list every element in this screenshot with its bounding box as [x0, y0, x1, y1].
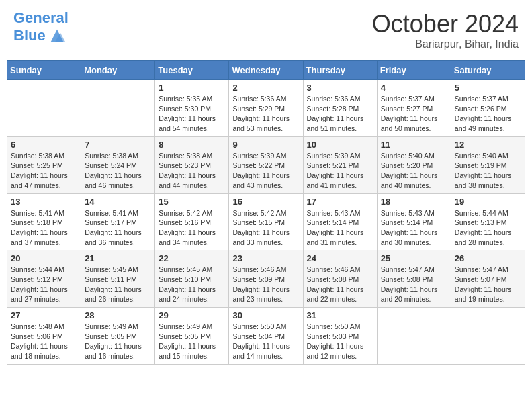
calendar-week-row: 1Sunrise: 5:35 AMSunset: 5:30 PMDaylight…	[7, 80, 525, 137]
day-number: 4	[381, 83, 447, 93]
day-info: Sunrise: 5:42 AMSunset: 5:16 PMDaylight:…	[159, 208, 225, 248]
calendar-cell: 26Sunrise: 5:47 AMSunset: 5:07 PMDayligh…	[451, 250, 525, 308]
day-number: 3	[307, 83, 373, 93]
logo: General Blue	[13, 10, 69, 45]
day-number: 30	[232, 310, 299, 320]
calendar-cell	[7, 80, 81, 137]
day-info: Sunrise: 5:40 AMSunset: 5:19 PMDaylight:…	[455, 151, 521, 191]
title-block: October 2024 Bariarpur, Bihar, India	[372, 10, 519, 50]
day-info: Sunrise: 5:39 AMSunset: 5:21 PMDaylight:…	[307, 151, 373, 191]
day-number: 25	[381, 253, 447, 263]
day-info: Sunrise: 5:38 AMSunset: 5:23 PMDaylight:…	[159, 151, 225, 191]
day-info: Sunrise: 5:39 AMSunset: 5:22 PMDaylight:…	[232, 151, 299, 191]
calendar-cell: 11Sunrise: 5:40 AMSunset: 5:20 PMDayligh…	[377, 136, 451, 193]
day-number: 10	[307, 140, 373, 150]
day-number: 21	[85, 253, 151, 263]
logo-icon	[48, 26, 66, 45]
day-number: 5	[455, 83, 521, 93]
calendar-cell: 19Sunrise: 5:44 AMSunset: 5:13 PMDayligh…	[451, 193, 525, 250]
day-number: 12	[455, 140, 521, 150]
day-info: Sunrise: 5:49 AMSunset: 5:05 PMDaylight:…	[85, 322, 151, 361]
day-info: Sunrise: 5:38 AMSunset: 5:24 PMDaylight:…	[85, 151, 151, 191]
calendar-cell: 6Sunrise: 5:38 AMSunset: 5:25 PMDaylight…	[7, 136, 81, 193]
day-number: 16	[232, 197, 299, 207]
calendar-cell: 18Sunrise: 5:43 AMSunset: 5:14 PMDayligh…	[377, 193, 451, 250]
calendar-cell: 22Sunrise: 5:45 AMSunset: 5:10 PMDayligh…	[155, 250, 229, 308]
calendar-cell: 3Sunrise: 5:36 AMSunset: 5:28 PMDaylight…	[303, 80, 377, 137]
calendar-cell: 16Sunrise: 5:42 AMSunset: 5:15 PMDayligh…	[229, 193, 303, 250]
weekday-header: Monday	[81, 61, 155, 80]
day-number: 22	[159, 253, 225, 263]
day-info: Sunrise: 5:43 AMSunset: 5:14 PMDaylight:…	[307, 208, 373, 248]
calendar-cell: 4Sunrise: 5:37 AMSunset: 5:27 PMDaylight…	[377, 80, 451, 137]
calendar-cell: 2Sunrise: 5:36 AMSunset: 5:29 PMDaylight…	[229, 80, 303, 137]
day-info: Sunrise: 5:41 AMSunset: 5:18 PMDaylight:…	[11, 208, 77, 248]
weekday-header: Wednesday	[229, 61, 303, 80]
day-info: Sunrise: 5:44 AMSunset: 5:13 PMDaylight:…	[455, 208, 521, 248]
calendar-cell: 27Sunrise: 5:48 AMSunset: 5:06 PMDayligh…	[7, 308, 81, 365]
day-number: 27	[11, 310, 77, 320]
day-info: Sunrise: 5:41 AMSunset: 5:17 PMDaylight:…	[85, 208, 151, 248]
day-number: 28	[85, 310, 151, 320]
day-info: Sunrise: 5:43 AMSunset: 5:14 PMDaylight:…	[381, 208, 447, 248]
day-number: 9	[232, 140, 299, 150]
calendar-table: SundayMondayTuesdayWednesdayThursdayFrid…	[7, 60, 525, 365]
calendar-cell: 20Sunrise: 5:44 AMSunset: 5:12 PMDayligh…	[7, 250, 81, 308]
calendar-cell: 14Sunrise: 5:41 AMSunset: 5:17 PMDayligh…	[81, 193, 155, 250]
calendar-cell: 15Sunrise: 5:42 AMSunset: 5:16 PMDayligh…	[155, 193, 229, 250]
day-number: 13	[11, 197, 77, 207]
page-header: General Blue October 2024 Bariarpur, Bih…	[7, 7, 525, 54]
day-info: Sunrise: 5:49 AMSunset: 5:05 PMDaylight:…	[159, 322, 225, 361]
calendar-cell: 29Sunrise: 5:49 AMSunset: 5:05 PMDayligh…	[155, 308, 229, 365]
day-number: 20	[11, 253, 77, 263]
calendar-cell: 24Sunrise: 5:46 AMSunset: 5:08 PMDayligh…	[303, 250, 377, 308]
calendar-cell: 31Sunrise: 5:50 AMSunset: 5:03 PMDayligh…	[303, 308, 377, 365]
calendar-cell: 12Sunrise: 5:40 AMSunset: 5:19 PMDayligh…	[451, 136, 525, 193]
calendar-cell: 23Sunrise: 5:46 AMSunset: 5:09 PMDayligh…	[229, 250, 303, 308]
day-number: 1	[159, 83, 225, 93]
day-info: Sunrise: 5:36 AMSunset: 5:28 PMDaylight:…	[307, 94, 373, 134]
day-number: 6	[11, 140, 77, 150]
day-number: 2	[232, 83, 299, 93]
calendar-cell	[377, 308, 451, 365]
calendar-cell: 5Sunrise: 5:37 AMSunset: 5:26 PMDaylight…	[451, 80, 525, 137]
day-info: Sunrise: 5:46 AMSunset: 5:08 PMDaylight:…	[307, 265, 373, 304]
day-number: 8	[159, 140, 225, 150]
day-info: Sunrise: 5:50 AMSunset: 5:03 PMDaylight:…	[307, 322, 373, 361]
day-number: 15	[159, 197, 225, 207]
weekday-header: Tuesday	[155, 61, 229, 80]
calendar-cell: 10Sunrise: 5:39 AMSunset: 5:21 PMDayligh…	[303, 136, 377, 193]
day-number: 11	[381, 140, 447, 150]
day-number: 14	[85, 197, 151, 207]
calendar-cell: 8Sunrise: 5:38 AMSunset: 5:23 PMDaylight…	[155, 136, 229, 193]
day-number: 18	[381, 197, 447, 207]
day-number: 31	[307, 310, 373, 320]
day-info: Sunrise: 5:45 AMSunset: 5:11 PMDaylight:…	[85, 265, 151, 304]
day-info: Sunrise: 5:38 AMSunset: 5:25 PMDaylight:…	[11, 151, 77, 191]
day-number: 17	[307, 197, 373, 207]
calendar-cell: 9Sunrise: 5:39 AMSunset: 5:22 PMDaylight…	[229, 136, 303, 193]
calendar-week-row: 13Sunrise: 5:41 AMSunset: 5:18 PMDayligh…	[7, 193, 525, 250]
calendar-cell: 1Sunrise: 5:35 AMSunset: 5:30 PMDaylight…	[155, 80, 229, 137]
day-number: 24	[307, 253, 373, 263]
day-number: 19	[455, 197, 521, 207]
weekday-header: Saturday	[451, 61, 525, 80]
day-info: Sunrise: 5:37 AMSunset: 5:26 PMDaylight:…	[455, 94, 521, 134]
day-number: 29	[159, 310, 225, 320]
day-number: 23	[232, 253, 299, 263]
day-info: Sunrise: 5:40 AMSunset: 5:20 PMDaylight:…	[381, 151, 447, 191]
day-number: 7	[85, 140, 151, 150]
calendar-cell: 30Sunrise: 5:50 AMSunset: 5:04 PMDayligh…	[229, 308, 303, 365]
calendar-cell: 21Sunrise: 5:45 AMSunset: 5:11 PMDayligh…	[81, 250, 155, 308]
weekday-header: Thursday	[303, 61, 377, 80]
logo-text: General	[13, 10, 69, 26]
weekday-header: Sunday	[7, 61, 81, 80]
day-info: Sunrise: 5:35 AMSunset: 5:30 PMDaylight:…	[159, 94, 225, 134]
day-info: Sunrise: 5:48 AMSunset: 5:06 PMDaylight:…	[11, 322, 77, 361]
calendar-week-row: 27Sunrise: 5:48 AMSunset: 5:06 PMDayligh…	[7, 308, 525, 365]
weekday-header-row: SundayMondayTuesdayWednesdayThursdayFrid…	[7, 61, 525, 80]
calendar-cell: 28Sunrise: 5:49 AMSunset: 5:05 PMDayligh…	[81, 308, 155, 365]
weekday-header: Friday	[377, 61, 451, 80]
calendar-week-row: 6Sunrise: 5:38 AMSunset: 5:25 PMDaylight…	[7, 136, 525, 193]
day-info: Sunrise: 5:37 AMSunset: 5:27 PMDaylight:…	[381, 94, 447, 134]
